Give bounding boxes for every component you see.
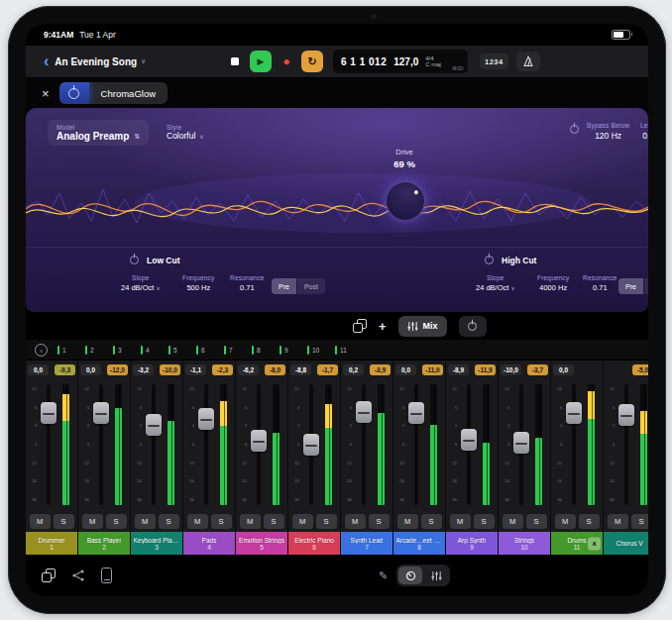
solo-button[interactable]: S [369, 514, 390, 529]
track-overview-item[interactable]: 6 [196, 340, 224, 360]
count-in-button[interactable]: 1234 [480, 53, 508, 69]
track-name-label[interactable]: Electric Piano 6 ∧ [288, 532, 340, 556]
add-track-button[interactable]: + [379, 320, 387, 333]
track-name-label[interactable]: Bass Player 2 ∧ [78, 532, 130, 556]
low-cut-slope[interactable]: Slope 24 dB/Oct ∨ [121, 274, 160, 292]
bypass-below-control[interactable]: Bypass Below 120 Hz [587, 122, 629, 141]
volume-fader[interactable] [41, 402, 56, 424]
track-name-label[interactable]: Keyboard Player 3 ∧ [131, 532, 182, 556]
track-name-label[interactable]: Strings 10 ∧ [499, 532, 550, 556]
track-overview-item[interactable]: 10 [307, 340, 335, 360]
solo-button[interactable]: S [421, 514, 442, 529]
cycle-button[interactable]: ↻ [301, 51, 323, 72]
mute-button[interactable]: M [503, 514, 523, 529]
edit-pencil-icon[interactable]: ✎ [379, 569, 388, 582]
track-overview-item[interactable]: 5 [168, 340, 196, 360]
mute-button[interactable]: M [135, 514, 156, 529]
plugin-name[interactable]: ChromaGlow [89, 82, 168, 104]
volume-fader[interactable] [566, 402, 582, 424]
volume-fader[interactable] [303, 434, 319, 456]
solo-button[interactable]: S [631, 514, 649, 529]
mute-button[interactable]: M [292, 514, 313, 529]
track-name-label[interactable]: Drums 11 ∧ [551, 532, 603, 556]
volume-fader[interactable] [356, 401, 372, 423]
track-overview-item[interactable]: 3 [113, 340, 141, 360]
model-selector[interactable]: Model Analog Preamp⇅ [48, 120, 149, 146]
pre-button[interactable]: Pre [272, 278, 296, 294]
track-overview-item[interactable]: 7 [224, 340, 252, 360]
solo-button[interactable]: S [264, 514, 284, 529]
stop-button[interactable] [224, 51, 246, 72]
track-overview-item[interactable]: 2 [85, 340, 113, 360]
solo-button[interactable]: S [316, 514, 337, 529]
low-cut-resonance[interactable]: Resonance 0.71 [230, 274, 265, 292]
low-cut-frequency[interactable]: Frequency 500 Hz [182, 274, 215, 292]
track-name-label[interactable]: Drummer 1 ∧ [26, 532, 77, 556]
fader-view-button[interactable] [424, 567, 448, 584]
mute-button[interactable]: M [555, 514, 576, 529]
track-overview-item[interactable]: 4 [141, 340, 168, 360]
track-overview-item[interactable]: 11 [335, 340, 363, 360]
high-cut-frequency[interactable]: Frequency 4000 Hz [537, 274, 570, 292]
lcd-display[interactable]: 6 1 1 012 127,0 4/4 C maj MIDI [333, 50, 468, 73]
volume-fader[interactable] [198, 408, 214, 430]
volume-fader[interactable] [251, 430, 267, 452]
knob-view-button[interactable] [398, 567, 422, 584]
solo-button[interactable]: S [106, 514, 127, 529]
mute-button[interactable]: M [240, 514, 261, 529]
play-button[interactable]: ▶ [250, 51, 272, 72]
volume-fader[interactable] [93, 402, 109, 424]
device-icon[interactable] [101, 568, 112, 583]
close-plugin-button[interactable]: × [42, 87, 50, 100]
mute-button[interactable]: M [82, 514, 103, 529]
post-button[interactable]: Post [297, 278, 325, 294]
mute-button[interactable]: M [608, 514, 628, 529]
track-name-label[interactable]: Synth Lead 7 ∧ [341, 532, 392, 556]
volume-fader[interactable] [513, 432, 529, 454]
nodes-icon[interactable] [71, 568, 85, 582]
solo-button[interactable]: S [526, 514, 547, 529]
level-control[interactable]: Level 0.0 [640, 122, 648, 141]
duplicate-icon[interactable] [353, 319, 367, 333]
solo-button[interactable]: S [54, 514, 74, 529]
high-cut-slope[interactable]: Slope 24 dB/Oct ∨ [476, 274, 514, 292]
solo-button[interactable]: S [474, 514, 495, 529]
record-button[interactable]: ● [276, 51, 297, 72]
track-overview-item[interactable]: 9 [280, 340, 307, 360]
track-name-label[interactable]: Emotion Strings 5 ∧ [236, 532, 287, 556]
volume-fader[interactable] [146, 414, 162, 436]
high-cut-power-icon[interactable] [485, 256, 494, 264]
plugin-power-button[interactable] [59, 82, 89, 104]
track-name-label[interactable]: Pads 4 ∧ [183, 532, 235, 556]
track-overview-item[interactable]: 8 [252, 340, 280, 360]
track-name-label[interactable]: Arp Synth 9 ∧ [446, 532, 498, 556]
low-cut-power-icon[interactable] [130, 256, 139, 264]
mute-button[interactable]: M [345, 514, 366, 529]
solo-button[interactable]: S [159, 514, 179, 529]
song-title-menu[interactable]: An Evening Song ∨ [55, 56, 146, 67]
back-button[interactable]: ‹ [38, 53, 55, 69]
track-name-label[interactable]: Arcade…eet Pad 8 ∧ [393, 532, 445, 556]
mute-button[interactable]: M [187, 514, 208, 529]
high-cut-resonance[interactable]: Resonance 0.71 [583, 274, 617, 292]
mute-button[interactable]: M [30, 514, 51, 529]
solo-button[interactable]: S [211, 514, 232, 529]
pre-button[interactable]: Pre [618, 278, 643, 294]
bypass-power-icon[interactable] [570, 125, 579, 134]
solo-button[interactable]: S [579, 514, 600, 529]
mute-button[interactable]: M [450, 514, 471, 529]
mix-view-button[interactable]: Mix [398, 316, 447, 337]
metronome-button[interactable] [516, 52, 540, 71]
volume-fader[interactable] [461, 429, 477, 451]
meter-bridge-icon[interactable]: ∨ [35, 344, 48, 357]
post-button[interactable]: Post [644, 278, 648, 294]
browser-icon[interactable] [42, 568, 56, 582]
style-selector[interactable]: Style Colorful∨ [167, 124, 204, 141]
track-overview-item[interactable]: 1 [57, 340, 85, 360]
volume-fader[interactable] [408, 402, 424, 424]
volume-fader[interactable] [618, 404, 634, 426]
mute-button[interactable]: M [397, 514, 418, 529]
stack-collapse-button[interactable]: ∧ [588, 538, 601, 551]
channel-power-button[interactable] [459, 316, 487, 337]
track-name-label[interactable]: Chorus V ∧ [604, 532, 648, 556]
